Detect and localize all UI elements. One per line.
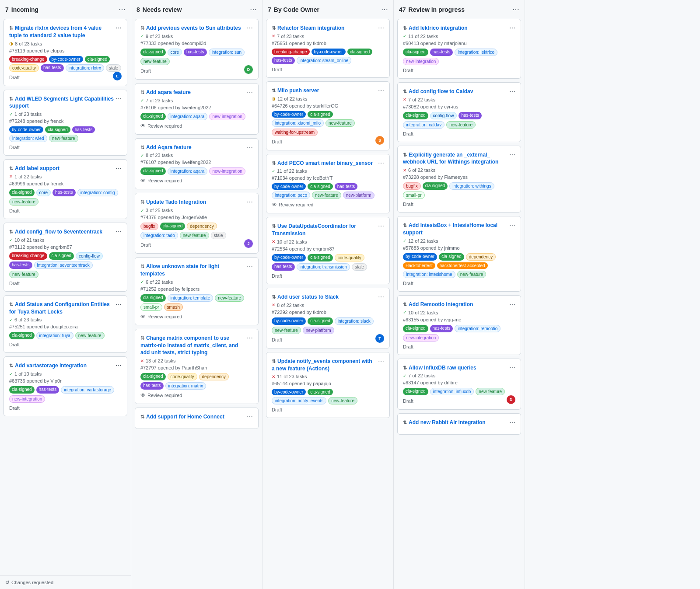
card-menu-button[interactable]: ⋯ [378,358,384,365]
card[interactable]: ⇅Add config flow to Caldav ⋯ ✕7 of 22 ta… [397,82,521,142]
tag-cla-signed: cla-signed [9,332,35,339]
card[interactable]: ⇅Add user status to Slack ⋯ ✕8 of 22 tas… [266,288,390,349]
card[interactable]: ⇅Change matrix component to use matrix-n… [135,329,259,404]
card[interactable]: ⇅Allow unknown state for light templates… [135,257,259,325]
card-menu-button[interactable]: ⋯ [116,24,122,31]
card[interactable]: ⇅Update notify_events component with a n… [266,352,390,418]
card-menu-button[interactable]: ⋯ [247,413,253,420]
avatar: D [244,65,253,74]
column-header-needs-review: 8 Needs review ⋯ [131,0,262,17]
card-header: ⇅Add label support ⋯ [9,165,122,172]
card[interactable]: ⇅Explicitly generate an _external_ webho… [397,146,521,213]
card-menu-button[interactable]: ⋯ [247,199,253,206]
card-menu-button[interactable]: ⋯ [247,89,253,96]
card-menu-button[interactable]: ⋯ [509,151,515,158]
column-needs-review: 8 Needs review ⋯ ⇅Add previous events to… [131,0,262,589]
column-menu-button[interactable]: ⋯ [250,5,257,14]
tag-new-integration: new-integration [209,167,245,175]
card-menu-button[interactable]: ⋯ [247,335,253,342]
card-menu-button[interactable]: ⋯ [247,24,253,31]
card-menu-button[interactable]: ⋯ [247,263,253,270]
card[interactable]: ⇅Refactor Steam integration ⋯ ✕7 of 23 t… [266,19,390,78]
card-menu-button[interactable]: ⋯ [378,223,384,230]
tag-has-tests: has-tests [335,183,358,190]
column-menu-button[interactable]: ⋯ [119,5,126,14]
card-menu-button[interactable]: ⋯ [116,362,122,369]
card[interactable]: ⇅Add lektrico integration ⋯ ✓11 of 22 ta… [397,19,521,79]
card-menu-button[interactable]: ⋯ [509,24,515,31]
card[interactable]: ⇅Add IntesisBox + IntesisHome local supp… [397,216,521,292]
card[interactable]: ⇅Add PECO smart meter binary_sensor ⋯ ✓1… [266,154,390,214]
card-title: ⇅Refactor Steam integration [272,24,376,32]
card-id: #75248 opened by frenck [9,118,122,124]
tag-has-tests: has-tests [41,64,64,72]
card-id: #63155 opened by ivgg-me [403,317,515,322]
card[interactable]: ⇅Allow InfluxDB raw queries ⋯ ✓7 of 22 t… [397,359,521,410]
column-menu-button[interactable]: ⋯ [381,5,388,14]
eye-icon: 👁 [140,392,146,398]
tag-by-code-owner: by-code-owner [272,111,306,118]
card[interactable]: ⇅Update Tado Integration ⋯ ✓3 of 25 task… [135,193,259,254]
column-body-incoming: ⇅Migrate rfxtrx devices from 4 value tup… [0,17,131,575]
card[interactable]: ⇅Add Aqara feature ⋯ ✓8 of 23 tasks #761… [135,138,259,190]
card-menu-button[interactable]: ⋯ [378,160,384,167]
card-menu-button[interactable]: ⋯ [509,88,515,95]
column-menu-button[interactable]: ⋯ [512,5,519,14]
card-menu-button[interactable]: ⋯ [509,301,515,308]
card[interactable]: ⇅Add new Rabbit Air integration ⋯ [397,413,521,435]
card[interactable]: ⇅Miio push server ⋯ ◑12 of 22 tasks #647… [266,81,390,150]
tag-new-feature: new-feature [312,192,341,199]
card[interactable]: ⇅Add WLED Segments Light Capabilities su… [4,90,127,156]
card-id: #60413 opened by mtarjoianu [403,41,515,46]
card-id: #73082 opened by cyr-ius [403,104,515,109]
card[interactable]: ⇅Add previous events to Sun attributes ⋯… [135,19,259,80]
card[interactable]: ⇅Migrate rfxtrx devices from 4 value tup… [4,19,127,86]
column-header-left: 8 Needs review [136,6,182,13]
card-menu-button[interactable]: ⋯ [378,293,384,300]
card-menu-button[interactable]: ⋯ [116,95,122,102]
card-status-draft: Draft [9,405,20,411]
card-footer: Draft [272,64,384,72]
tag-new-feature: new-feature [476,388,505,395]
card[interactable]: ⇅Add support for Home Connect ⋯ [135,408,259,429]
card[interactable]: ⇅Add Remootio integration ⋯ ✓10 of 22 ta… [397,295,521,355]
card-title: ⇅Add PECO smart meter binary_sensor [272,160,376,167]
tag-stale: stale [352,263,367,271]
card-tags: cla-signedhas-testsintegration: remootio… [403,325,515,342]
card-menu-button[interactable]: ⋯ [116,301,122,308]
tag-Hacktoberfest: Hacktoberfest [403,262,435,269]
card-status-draft: Draft [272,273,282,279]
tag-new-feature: new-feature [328,397,357,404]
tag-integration--aqara: integration: aqara [168,113,208,120]
card-title: ⇅Migrate rfxtrx devices from 4 value tup… [9,24,114,39]
column-title: By Code Owner [274,6,319,13]
card-menu-button[interactable]: ⋯ [509,222,515,229]
card-menu-button[interactable]: ⋯ [116,165,122,172]
card-header: ⇅Explicitly generate an _external_ webho… [403,151,515,166]
card-menu-button[interactable]: ⋯ [509,364,515,371]
card-menu-button[interactable]: ⋯ [378,24,384,31]
card[interactable]: ⇅Add label support ⋯ ✕1 of 22 tasks #699… [4,159,127,219]
card-menu-button[interactable]: ⋯ [116,228,122,235]
card[interactable]: ⇅Add vartastorage integration ⋯ ✓1 of 10… [4,356,127,416]
tag-has-tests: has-tests [140,382,164,390]
tag-bugfix: bugfix [140,223,158,230]
tag-has-tests: has-tests [430,325,453,332]
card-tags: breaking-changeby-code-ownercla-signedha… [272,49,384,64]
card-menu-button[interactable]: ⋯ [378,87,384,94]
card-status-draft: Draft [272,337,282,342]
card-id: #72534 opened by engrbm87 [272,246,384,251]
card[interactable]: ⇅Add Status and Configuration Entities f… [4,295,127,353]
card-tasks: ◑8 of 23 tasks [9,41,122,46]
card-title: ⇅Add user status to Slack [272,293,376,301]
card-header: ⇅Change matrix component to use matrix-n… [140,335,253,356]
card-tags: cla-signedconfig-flowhas-testsintegratio… [403,112,515,129]
card[interactable]: ⇅Add aqara feature ⋯ ✓7 of 23 tasks #761… [135,83,259,135]
card[interactable]: ⇅Add config_flow to Seventeentrack ⋯ ✓10… [4,223,127,292]
card-menu-button[interactable]: ⋯ [509,419,515,426]
card[interactable]: ⇅Use DataUpdateCoordinator for Transmiss… [266,217,390,284]
card-tasks: ✓12 of 22 tasks [403,238,515,244]
tag-integration--xiaomi-miio: integration: xiaomi_miio [272,119,324,127]
column-title: Review in progress [409,6,465,13]
card-menu-button[interactable]: ⋯ [247,144,253,151]
